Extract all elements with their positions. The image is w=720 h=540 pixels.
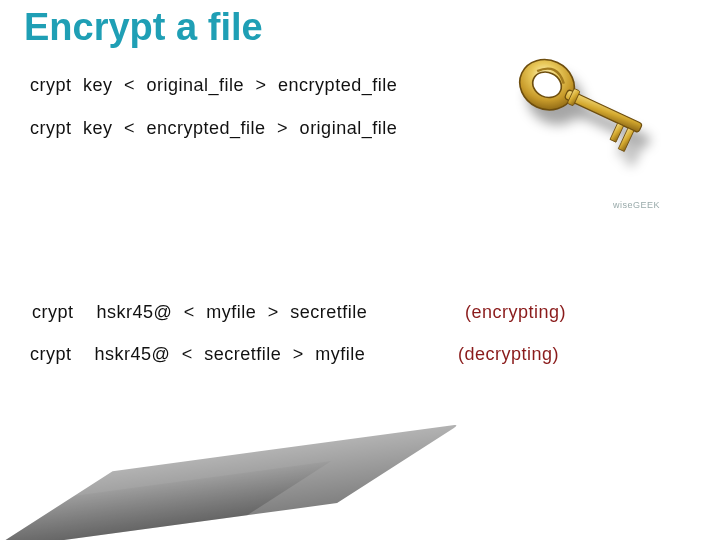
syntax-encrypt-line: crypt key < original_file > encrypted_fi… bbox=[30, 75, 397, 96]
syntax-decrypt-line: crypt key < encrypted_file > original_fi… bbox=[30, 118, 397, 139]
slide: Encrypt a file crypt key < original_file… bbox=[0, 0, 720, 540]
image-attribution: wiseGEEK bbox=[613, 200, 660, 210]
page-title: Encrypt a file bbox=[24, 6, 263, 49]
example-decrypt-label: (decrypting) bbox=[458, 344, 559, 365]
decorative-wedge-dark bbox=[0, 424, 460, 540]
key-icon bbox=[482, 58, 662, 198]
key-image bbox=[482, 58, 662, 198]
svg-rect-5 bbox=[610, 123, 624, 142]
example-decrypt-line: crypt hskr45@ < secretfile > myfile bbox=[30, 344, 365, 365]
example-encrypt-line: crypt hskr45@ < myfile > secretfile bbox=[32, 302, 367, 323]
example-encrypt-label: (encrypting) bbox=[465, 302, 566, 323]
